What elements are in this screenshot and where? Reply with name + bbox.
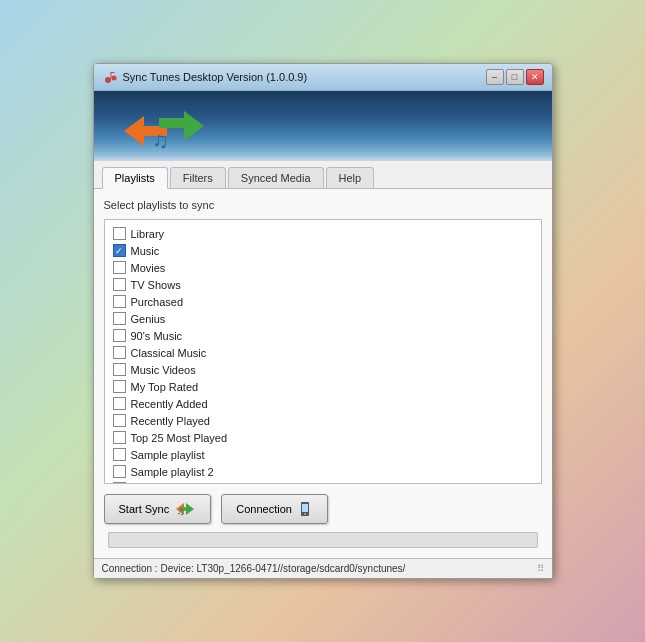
list-item[interactable]: Sample playlist [110,446,536,463]
start-sync-label: Start Sync [119,503,170,515]
playlist-label: TV Shows [131,279,181,291]
playlist-label: Purchased [131,296,184,308]
list-item[interactable]: Classical Music [110,344,536,361]
app-icon [102,69,118,85]
list-item[interactable]: My Top Rated [110,378,536,395]
playlist-label: untitled playlist [131,483,203,485]
playlist-label: Music Videos [131,364,196,376]
playlist-label: Music [131,245,160,257]
tab-playlists[interactable]: Playlists [102,167,168,189]
svg-rect-3 [110,72,114,73]
playlist-label: Library [131,228,165,240]
content-area: Select playlists to sync LibraryMusicMov… [94,189,552,558]
playlist-label: Recently Added [131,398,208,410]
phone-icon [297,501,313,517]
playlist-checkbox[interactable] [113,278,126,291]
playlist-label: Sample playlist [131,449,205,461]
playlist-checkbox[interactable] [113,397,126,410]
title-bar-left: Sync Tunes Desktop Version (1.0.0.9) [102,69,308,85]
buttons-row: Start Sync ♫ Connection [104,494,542,524]
list-item[interactable]: TV Shows [110,276,536,293]
restore-button[interactable]: □ [506,69,524,85]
svg-marker-6 [184,111,204,141]
playlist-checkbox[interactable] [113,329,126,342]
connection-label: Connection [236,503,292,515]
minimize-button[interactable]: – [486,69,504,85]
section-label: Select playlists to sync [104,199,542,211]
playlist-checkbox[interactable] [113,227,126,240]
playlist-checkbox[interactable] [113,244,126,257]
list-item[interactable]: Top 25 Most Played [110,429,536,446]
playlist-label: My Top Rated [131,381,199,393]
playlist-checkbox[interactable] [113,312,126,325]
svg-marker-4 [124,116,144,146]
app-window: Sync Tunes Desktop Version (1.0.0.9) – □… [93,63,553,579]
list-item[interactable]: untitled playlist [110,480,536,484]
tab-synced-media[interactable]: Synced Media [228,167,324,188]
playlist-label: Classical Music [131,347,207,359]
playlist-label: Genius [131,313,166,325]
playlist-label: 90's Music [131,330,183,342]
playlist-checkbox[interactable] [113,431,126,444]
svg-point-1 [111,76,116,81]
list-item[interactable]: Library [110,225,536,242]
playlist-label: Recently Played [131,415,211,427]
tab-help[interactable]: Help [326,167,375,188]
list-item[interactable]: Music Videos [110,361,536,378]
svg-point-16 [304,513,306,515]
playlist-checkbox[interactable] [113,380,126,393]
svg-rect-2 [110,72,111,79]
list-item[interactable]: Purchased [110,293,536,310]
list-item[interactable]: Genius [110,310,536,327]
list-item[interactable]: Movies [110,259,536,276]
playlist-label: Top 25 Most Played [131,432,228,444]
banner: ♫ [94,91,552,161]
svg-text:♫: ♫ [177,506,185,517]
status-bar: Connection : Device: LT30p_1266-0471//st… [94,558,552,578]
playlist-checkbox[interactable] [113,346,126,359]
list-item[interactable]: Music [110,242,536,259]
list-item[interactable]: Recently Added [110,395,536,412]
playlist-checkbox[interactable] [113,295,126,308]
playlist-checkbox[interactable] [113,414,126,427]
title-bar: Sync Tunes Desktop Version (1.0.0.9) – □… [94,64,552,91]
window-title: Sync Tunes Desktop Version (1.0.0.9) [123,71,308,83]
svg-text:♫: ♫ [152,128,169,153]
title-buttons: – □ ✕ [486,69,544,85]
playlist-checkbox[interactable] [113,482,126,484]
status-text: Connection : Device: LT30p_1266-0471//st… [102,563,406,574]
playlist-checkbox[interactable] [113,261,126,274]
playlist-label: Movies [131,262,166,274]
tab-filters[interactable]: Filters [170,167,226,188]
list-item[interactable]: Recently Played [110,412,536,429]
playlist-label: Sample playlist 2 [131,466,214,478]
size-grip: ⠿ [537,563,544,574]
list-item[interactable]: 90's Music [110,327,536,344]
connection-button[interactable]: Connection [221,494,328,524]
playlist-checkbox[interactable] [113,363,126,376]
banner-icon: ♫ [114,96,214,156]
sync-icon: ♫ [174,501,196,517]
close-button[interactable]: ✕ [526,69,544,85]
list-item[interactable]: Sample playlist 2 [110,463,536,480]
tabs-bar: Playlists Filters Synced Media Help [94,161,552,189]
playlist-list[interactable]: LibraryMusicMoviesTV ShowsPurchasedGeniu… [104,219,542,484]
svg-point-0 [105,77,111,83]
svg-rect-7 [159,118,186,128]
playlist-checkbox[interactable] [113,448,126,461]
svg-rect-15 [302,504,308,512]
playlist-checkbox[interactable] [113,465,126,478]
start-sync-button[interactable]: Start Sync ♫ [104,494,212,524]
progress-bar [108,532,538,548]
